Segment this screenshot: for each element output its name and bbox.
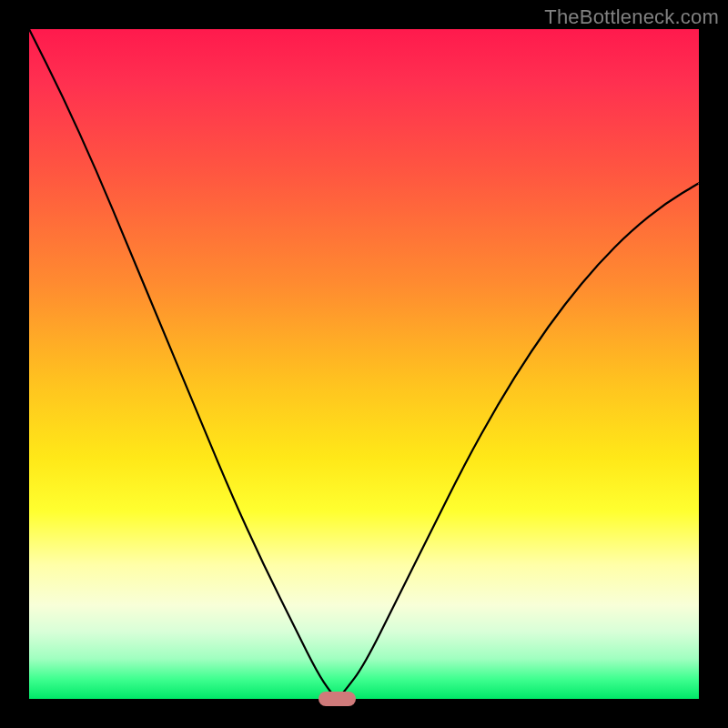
curve-svg	[29, 29, 699, 699]
minimum-marker	[318, 692, 355, 706]
plot-area	[29, 29, 699, 699]
watermark-label: TheBottleneck.com	[544, 5, 719, 29]
bottleneck-curve	[29, 29, 699, 697]
chart-frame: TheBottleneck.com	[0, 0, 728, 728]
